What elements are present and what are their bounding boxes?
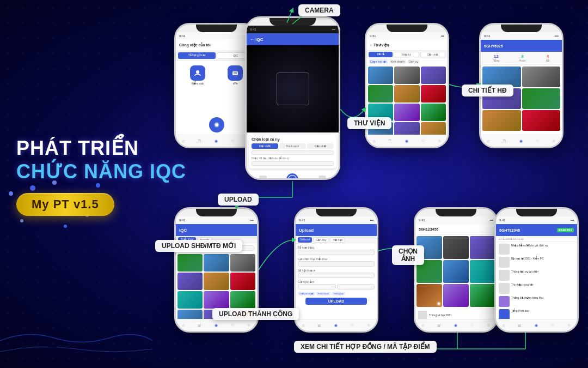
phone1-tab-1: Hỗ trợng thuật — [178, 52, 216, 59]
phone-detail-bottom-right: 9:41▪▪▪ 6GHT82046 $348,801 27/11/2021 10… — [494, 207, 579, 333]
phone-notch-1 — [196, 25, 237, 32]
status-bar-5: 9:41▪▪▪ — [176, 216, 257, 224]
phone4-nav: ⌂ ☰ ◉ ♡ ☆ — [481, 135, 562, 147]
phone-screen-7: 9:41▪▪▪ 56H123456 — [415, 216, 497, 331]
left-text-panel: PHÁT TRIỂN CHỨC NĂNG iQC My PT v1.5 — [16, 136, 186, 216]
title-line2-accent: iQC — [150, 160, 186, 183]
phone3-tabs: Tất cả Nhật ký Gần nhất — [366, 51, 448, 58]
svg-rect-24 — [232, 71, 238, 75]
label-xem-chi-tiet: XEM CHI TIẾT HỢP ĐỒNG / MÃ TẬP ĐIỂM — [294, 341, 437, 353]
phone5-grid-3 — [230, 254, 255, 272]
phone7-header: 56H123456 — [415, 224, 497, 235]
phone5-grid-1 — [177, 254, 203, 272]
phone6-upload-btn: UPLOAD — [305, 298, 367, 305]
phone1-icon-1: Kiểm soát — [180, 65, 215, 85]
phone4-title: 6GHY6925 — [484, 44, 503, 48]
phone1-title: Công việc của tôi — [179, 43, 211, 47]
main-content: PHÁT TRIỂN CHỨC NĂNG iQC My PT v1.5 CAME… — [0, 0, 588, 368]
phone-notch-6 — [316, 209, 357, 216]
svg-point-29 — [438, 303, 440, 305]
status-bar-3: 9:41▪▪▪ — [366, 32, 448, 40]
phone8-list: Nhập điểm đề báo giá dịch vụ Bộ nạp lại … — [496, 242, 577, 322]
phone-notch-3 — [387, 25, 427, 32]
phone5-grid-5 — [204, 273, 229, 290]
grid-img-9 — [421, 104, 446, 121]
phone-screen-6: 9:41▪▪▪ Upload Selector Gần đây Hết hạn … — [296, 216, 377, 331]
label-upload-thanh-cong: UPLOAD THÀNH CÔNG — [212, 308, 299, 320]
phone-notch-7 — [436, 209, 476, 216]
phone8-header: 6GHT82046 $348,801 — [496, 224, 577, 236]
phone2-header: ← iQC — [247, 33, 339, 45]
phone-notch-2 — [270, 18, 316, 26]
camera-viewfinder — [247, 45, 339, 132]
label-thu-vien: THƯ VIỆN — [347, 117, 391, 129]
status-bar-7: 9:41▪▪▪ — [415, 216, 497, 224]
label-chi-tiet-hd: CHI TIẾT HĐ — [462, 85, 513, 96]
phone6-header: Upload — [296, 224, 377, 236]
phone8-nav: ⌂ ☰ ◉ ♡ ☆ — [496, 319, 577, 331]
phone-screen-8: 9:41▪▪▪ 6GHT82046 $348,801 27/11/2021 10… — [496, 216, 577, 331]
grid-img-4 — [368, 85, 393, 102]
phone5-grid-6 — [230, 273, 255, 290]
phone3-header: ← Thư viện — [366, 40, 448, 51]
label-chon-anh: CHỌNẢNH — [392, 245, 424, 265]
version-badge: My PT v1.5 — [16, 193, 114, 216]
phone-notch-4 — [501, 25, 542, 32]
phone2-modal: Chọn loại ca ny Mặt trước Danh sách Gần … — [249, 135, 336, 168]
camera-controls — [247, 171, 339, 178]
phone6-form: Tổ hoạt động Lựa chọn mục triển khai Số … — [296, 244, 377, 309]
phone5-header: iQC — [176, 224, 257, 236]
grid-img-8 — [394, 104, 419, 121]
status-bar-6: 9:41▪▪▪ — [296, 216, 377, 224]
phone5-grid-8 — [204, 291, 229, 309]
phone4-header: 6GHY6925 — [481, 40, 562, 52]
svg-point-28 — [215, 123, 218, 126]
status-bar-8: 9:41▪▪▪ — [496, 216, 577, 224]
phone3-nav: ⌂ ☰ ◉ ♡ ☆ — [366, 135, 448, 147]
phone-thu-vien: 9:41▪▪▪ ← Thư viện Tất cả Nhật ký Gần nh… — [365, 23, 449, 148]
phone-upload-form: 9:41▪▪▪ Upload Selector Gần đây Hết hạn … — [294, 207, 378, 333]
phone3-grid — [366, 65, 448, 141]
status-bar-4: 9:41▪▪▪ — [481, 32, 562, 40]
phone7-grid — [415, 235, 497, 308]
grid-img-5 — [394, 85, 419, 102]
svg-point-23 — [196, 70, 199, 74]
phone6-title: Upload — [299, 228, 314, 233]
phone5-grid-9 — [230, 291, 255, 309]
phone3-title: Thư viện — [373, 43, 389, 47]
title-line1: PHÁT TRIỂN — [16, 136, 186, 160]
label-upload-shd: UPLOAD SHĐ/MTĐ MỚI — [155, 240, 242, 252]
phone7-nav: ⌂ ☰ ◉ ♡ ☆ — [415, 319, 497, 331]
phone5-grid-7 — [177, 291, 203, 309]
grid-img-2 — [394, 67, 419, 84]
title-line2: CHỨC NĂNG iQC — [16, 160, 186, 183]
phone6-tabs: Selector Gần đây Hết hạn — [296, 236, 377, 244]
phone-notch-5 — [196, 209, 237, 216]
phone5-grid-2 — [204, 254, 229, 272]
phone8-title: 6GHT82046 — [499, 228, 520, 232]
phone5-grid-4 — [177, 273, 203, 290]
phone-screen-3: 9:41▪▪▪ ← Thư viện Tất cả Nhật ký Gần nh… — [366, 32, 448, 147]
svg-rect-25 — [234, 73, 237, 73]
svg-rect-26 — [234, 74, 237, 74]
grid-img-6 — [421, 85, 446, 102]
grid-img-3 — [421, 67, 446, 84]
phone6-tags: Chờ phê duyệt Hoàn thành Thông báo — [298, 292, 375, 295]
phone-notch-8 — [516, 209, 557, 216]
phone6-nav: ⌂ ☰ ◉ ♡ ☆ — [296, 319, 377, 331]
phone5-nav: ⌂ ☰ ◉ ♡ ☆ — [176, 319, 257, 331]
status-bar-2: 9:41▪▪▪ — [247, 26, 339, 33]
phone-chon-anh: 9:41▪▪▪ 56H123456 — [414, 207, 498, 333]
phone-camera: 9:41▪▪▪ ← iQC Chọn loại ca ny Mặt trước … — [245, 16, 340, 180]
grid-img-1 — [368, 67, 393, 84]
phone4-stats: 12 Tổng 8 Hoàn 4 Lỗi — [481, 52, 562, 65]
phone-screen-2: 9:41▪▪▪ ← iQC Chọn loại ca ny Mặt trước … — [247, 26, 339, 178]
phone5-title: iQC — [179, 228, 187, 233]
label-upload: UPLOAD — [218, 194, 259, 206]
phone7-title: 56H123456 — [419, 227, 438, 231]
phone1-fab — [209, 117, 224, 132]
phone3-cats: Chọn loài vật Kinh doanh Dịch vụ — [366, 58, 448, 65]
label-camera: CAMERA — [298, 4, 340, 16]
phone4-grid — [481, 65, 562, 132]
title-line2-prefix: CHỨC NĂNG — [16, 160, 150, 183]
